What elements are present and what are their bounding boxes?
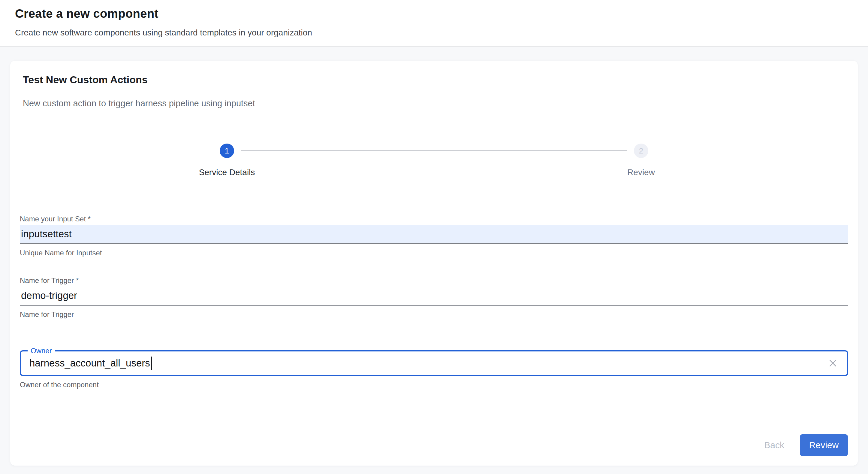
page-title: Create a new component (15, 6, 853, 21)
card-description: New custom action to trigger harness pip… (20, 98, 848, 109)
inputset-name-input[interactable] (20, 225, 848, 244)
page: Create a new component Create new softwa… (0, 0, 868, 474)
clear-icon (827, 357, 839, 369)
step-review: 2 Review (434, 144, 848, 177)
service-details-form: Name your Input Set * Unique Name for In… (20, 214, 848, 389)
step-1-label: Service Details (199, 168, 255, 177)
owner-input[interactable]: Owner harness_account_all_users (20, 350, 848, 376)
inputset-name-helper: Unique Name for Inputset (20, 248, 848, 258)
content-area: Test New Custom Actions New custom actio… (0, 47, 868, 474)
card-title: Test New Custom Actions (20, 73, 848, 86)
page-header: Create a new component Create new softwa… (0, 0, 868, 47)
step-1-icon: 1 (220, 144, 234, 158)
owner-helper: Owner of the component (20, 380, 848, 389)
step-service-details: 1 Service Details (20, 144, 434, 177)
step-2-icon: 2 (634, 144, 648, 158)
owner-label: Owner (28, 347, 55, 355)
trigger-name-input[interactable] (20, 287, 848, 306)
inputset-name-label: Name your Input Set * (20, 214, 848, 224)
review-button[interactable]: Review (800, 434, 848, 456)
component-wizard-card: Test New Custom Actions New custom actio… (10, 61, 858, 466)
back-button[interactable]: Back (755, 435, 793, 455)
wizard-actions: Back Review (755, 434, 848, 456)
trigger-name-field: Name for Trigger * Name for Trigger (20, 276, 848, 319)
stepper: 1 Service Details 2 Review (20, 144, 848, 177)
inputset-name-field: Name your Input Set * Unique Name for In… (20, 214, 848, 258)
owner-value: harness_account_all_users (29, 357, 150, 369)
stepper-connector (241, 150, 627, 151)
page-subtitle: Create new software components using sta… (15, 28, 853, 38)
text-caret (151, 357, 152, 370)
trigger-name-label: Name for Trigger * (20, 276, 848, 285)
trigger-name-helper: Name for Trigger (20, 310, 848, 319)
step-2-label: Review (627, 168, 655, 177)
owner-clear-button[interactable] (827, 357, 839, 369)
owner-field: Owner harness_account_all_users Owner of… (20, 350, 848, 389)
